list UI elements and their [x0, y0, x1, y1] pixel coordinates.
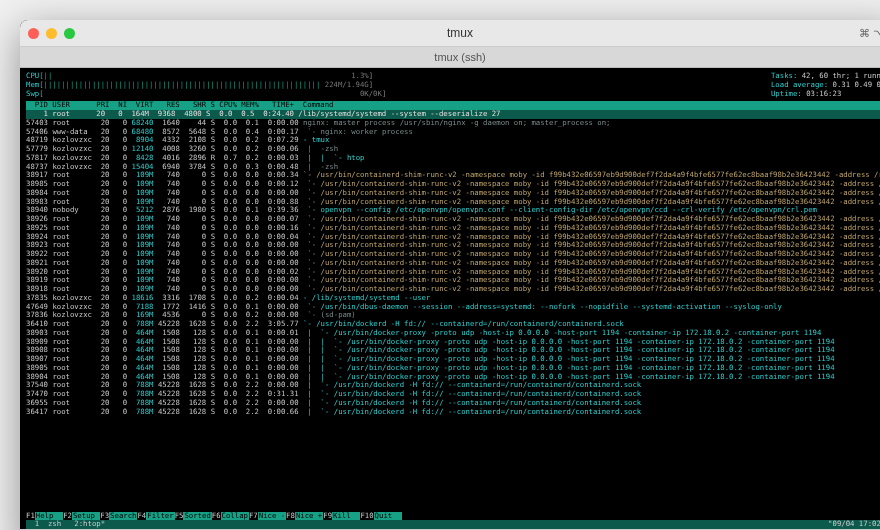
process-row[interactable]: 36417 root 20 0 788M 45228 1628 S 0.0 2.… [26, 408, 880, 417]
tasks-val: 42, 60 thr; 1 running [802, 71, 880, 80]
maximize-icon[interactable] [64, 28, 75, 39]
mem-label: Mem [26, 80, 39, 89]
load-label: Load average: [771, 80, 828, 89]
fn-label[interactable]: Kill [332, 512, 360, 521]
mem-val: 224M/1.94G [325, 80, 369, 89]
tab-bar[interactable]: tmux (ssh) [20, 47, 880, 68]
fn-key[interactable]: F6 [212, 512, 221, 521]
fn-label[interactable]: Quit [374, 512, 402, 521]
fn-label[interactable]: Sorted [183, 512, 211, 521]
fn-key[interactable]: F10 [360, 512, 373, 521]
fn-key[interactable]: F9 [323, 512, 332, 521]
tmux-windows[interactable]: 1 zsh 2:htop* [26, 520, 105, 529]
fn-label[interactable]: Nice + [295, 512, 323, 521]
fn-label[interactable]: Search [109, 512, 137, 521]
terminal-window: tmux ⌘ ⌥1 tmux (ssh) CPU[|| 1.3%] Mem[||… [20, 20, 880, 530]
cpu-label: CPU [26, 71, 39, 80]
fn-key[interactable]: F8 [286, 512, 295, 521]
title-bar: tmux ⌘ ⌥1 [20, 20, 880, 47]
fn-label[interactable]: Filter [146, 512, 174, 521]
function-bar: F1Help F2Setup F3SearchF4FilterF5SortedF… [26, 512, 880, 521]
process-list[interactable]: 57403 root 20 0 68240 1640 44 S 0.0 0.1 … [26, 119, 880, 512]
mem-bar: ||||||||||||||||||||||||||||||||||||||||… [44, 80, 321, 89]
close-icon[interactable] [28, 28, 39, 39]
swp-label: Swp [26, 89, 39, 98]
fn-key[interactable]: F4 [137, 512, 146, 521]
uptime-label: Uptime: [771, 89, 802, 98]
minimize-icon[interactable] [46, 28, 57, 39]
tasks-label: Tasks: [771, 71, 797, 80]
tab-label: tmux (ssh) [434, 51, 485, 63]
fn-label[interactable]: Collap [221, 512, 249, 521]
process-row-selected[interactable]: 1 root 20 0 164M 9368 4800 S 0.0 0.5 0:2… [26, 110, 880, 119]
fn-key[interactable]: F7 [249, 512, 258, 521]
fn-key[interactable]: F5 [175, 512, 184, 521]
window-shortcut: ⌘ ⌥1 [859, 27, 880, 40]
swp-val: 0K/0K [360, 89, 382, 98]
terminal-content[interactable]: CPU[|| 1.3%] Mem[|||||||||||||||||||||||… [20, 68, 880, 529]
tmux-clock: "09/04 17:02:49 [828, 520, 880, 529]
cpu-val: 1.3% [351, 71, 369, 80]
tmux-status-bar: 1 zsh 2:htop* "09/04 17:02:49 [26, 520, 880, 529]
fn-label[interactable]: Nice - [258, 512, 286, 521]
uptime-val: 03:16:23 [806, 89, 841, 98]
window-title: tmux [447, 26, 473, 40]
meters: CPU[|| 1.3%] Mem[|||||||||||||||||||||||… [26, 72, 880, 98]
traffic-lights [28, 28, 75, 39]
load-val: 0.31 0.49 0.55 [832, 80, 880, 89]
